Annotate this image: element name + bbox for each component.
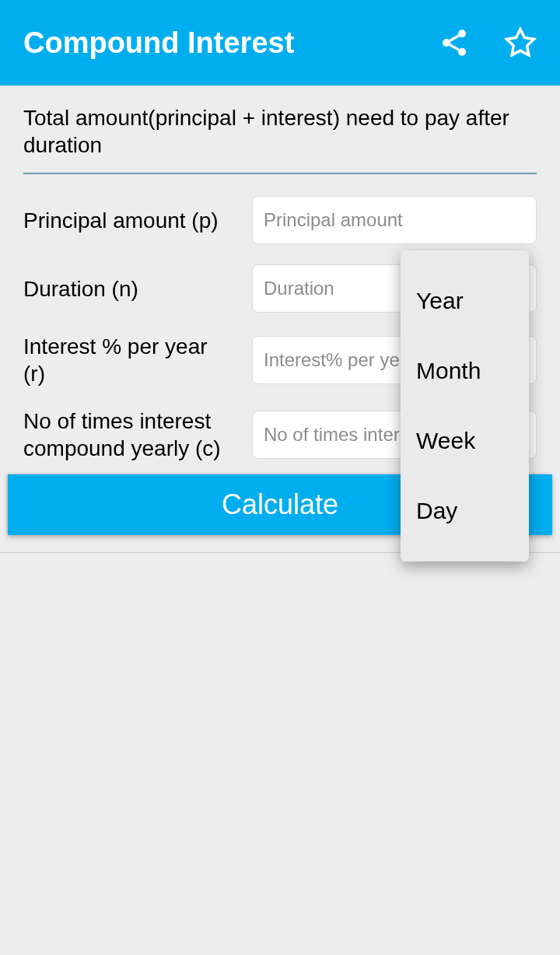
page-title: Compound Interest <box>23 26 439 60</box>
duration-label: Duration (n) <box>23 275 233 303</box>
svg-point-0 <box>458 30 466 37</box>
svg-point-2 <box>458 48 466 56</box>
interest-label: Interest % per year (r) <box>23 333 233 387</box>
svg-marker-3 <box>507 30 534 55</box>
compound-label: No of times interest compound yearly (c) <box>23 408 233 462</box>
duration-unit-dropdown: Year Month Week Day <box>401 250 529 561</box>
header-icons <box>439 26 537 59</box>
dropdown-option-month[interactable]: Month <box>401 336 529 406</box>
principal-label: Principal amount (p) <box>23 207 233 234</box>
share-icon[interactable] <box>439 27 470 58</box>
app-header: Compound Interest <box>0 0 560 86</box>
svg-point-1 <box>443 39 450 47</box>
form-description: Total amount(principal + interest) need … <box>23 104 537 174</box>
star-icon[interactable] <box>504 26 537 59</box>
principal-input[interactable] <box>252 196 537 244</box>
dropdown-option-day[interactable]: Day <box>401 476 529 546</box>
dropdown-option-year[interactable]: Year <box>401 266 529 336</box>
principal-row: Principal amount (p) <box>23 196 537 244</box>
dropdown-option-week[interactable]: Week <box>401 406 529 476</box>
